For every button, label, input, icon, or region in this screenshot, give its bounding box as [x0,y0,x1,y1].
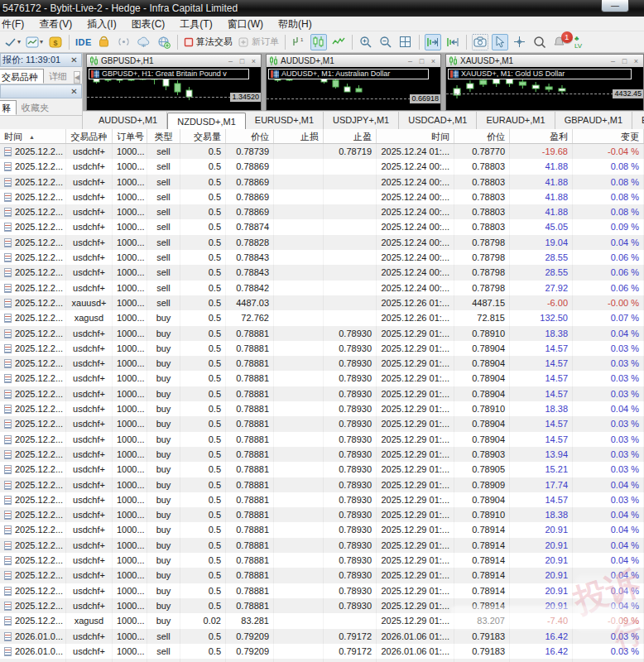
tile-windows-button[interactable] [397,34,414,50]
chart-profile-dropdown-button[interactable]: ▾ [25,34,44,50]
table-row[interactable]: 2025.12.2...usdchf+1000...buy0.50.788810… [0,583,644,598]
table-row[interactable]: 2025.12.2...usdchf+1000...buy0.50.788810… [0,326,644,341]
menu-item[interactable]: 工具(T) [172,17,219,31]
menu-item[interactable]: 插入(I) [79,17,123,31]
maximize-button[interactable]: □ [620,57,629,65]
table-row[interactable]: 2025.12.2...usdchf+1000...buy0.50.788810… [0,598,644,613]
column-header[interactable]: 盈利 [510,129,573,143]
table-row[interactable]: 2026.01.0...usdchf+1000...sell0.50.79209… [0,659,644,662]
symbol-tab[interactable]: EUR [632,112,644,129]
table-row[interactable]: 2025.12.2...usdchf+1000...buy0.50.788810… [0,568,644,583]
table-row[interactable]: 2025.12.2...usdchf+1000...buy0.50.788810… [0,401,644,416]
scroll-left-icon[interactable]: ◀ [74,71,80,84]
algo-trading-button[interactable]: 算法交易 [183,34,233,50]
search-button[interactable] [531,34,548,50]
community-button[interactable] [136,34,152,50]
shift-chart-end-button[interactable] [425,34,441,50]
column-header[interactable]: 订单号 [113,129,147,143]
auto-scroll-button[interactable] [445,34,461,50]
table-row[interactable]: 2025.12.2...usdchf+1000...sell0.50.78874… [0,219,644,234]
column-header[interactable]: 止损 [274,129,324,143]
symbol-tab[interactable]: USDCAD+,M1 [399,112,477,129]
table-row[interactable]: 2025.12.2...usdchf+1000...buy0.50.788810… [0,356,644,371]
table-row[interactable]: 2025.12.2...usdchf+1000...buy0.50.788810… [0,462,644,477]
column-header[interactable]: 时间 [377,129,454,143]
column-header[interactable]: 价位 [454,129,510,143]
symbol-tab[interactable]: GBPAUD+,M1 [555,112,632,129]
cursor-button[interactable] [492,34,508,50]
zoom-in-button[interactable] [358,34,374,50]
chart-window-titlebar[interactable]: XAUUSD+,M1‒□× [446,55,643,67]
close-button[interactable]: × [429,57,438,65]
minimize-button[interactable]: ‒ [406,57,415,65]
maximize-button[interactable]: □ [417,57,426,65]
table-row[interactable]: 2025.12.2...usdchf+1000...sell0.50.78843… [0,265,644,280]
menu-item[interactable]: 帮助(H) [271,17,320,31]
table-row[interactable]: 2025.12.2...usdchf+1000...buy0.50.788810… [0,447,644,462]
ide-button[interactable]: IDE [74,34,93,50]
chart-canvas[interactable]: AUDUSD+, M1: Australian Dollar0.66918 [267,67,440,110]
symbol-tab[interactable]: EURUSD+,M1 [246,112,324,129]
table-row[interactable]: 2025.12.2...usdchf+1000...buy0.50.788810… [0,477,644,492]
table-row[interactable]: 2025.12.2...usdchf+1000...buy0.50.788810… [0,341,644,356]
table-row[interactable]: 2025.12.2...usdchf+1000...sell0.50.78842… [0,281,644,295]
signals-button[interactable] [116,34,132,50]
table-row[interactable]: 2025.12.2...xagusd1000...buy0.0283.28120… [0,613,644,628]
column-header[interactable]: 止盈 [324,129,377,143]
column-header[interactable]: 交易量 [180,129,226,143]
tab-common[interactable]: 释 [0,100,17,115]
candlestick-chart-button[interactable] [310,34,327,50]
table-row[interactable]: 2025.12.2...usdchf+1000...sell0.50.78869… [0,159,644,174]
symbol-tab[interactable]: EURAUD+,M1 [477,112,555,129]
menu-item[interactable]: 图表(C) [124,17,173,31]
minimize-button[interactable]: ‒ [608,57,618,65]
minimize-button[interactable]: — [601,0,629,12]
chart-window-titlebar[interactable]: GBPUSD+,H1‒□× [87,55,261,67]
check-dropdown-button[interactable]: ▾ [4,34,22,50]
table-row[interactable]: 2025.12.2...usdchf+1000...sell0.50.78869… [0,204,644,219]
table-row[interactable]: 2025.12.2...usdchf+1000...buy0.50.788810… [0,507,644,522]
close-button[interactable]: × [632,57,641,65]
deposit-button[interactable]: $ [47,34,64,50]
new-order-button[interactable]: 新订单 [237,34,280,50]
table-row[interactable]: 2025.12.2...xagusd1000...buy0.572.762202… [0,310,644,325]
close-icon[interactable]: ✕ [69,87,79,98]
table-row[interactable]: 2025.12.2...usdchf+1000...buy0.50.788810… [0,386,644,401]
table-row[interactable]: 2025.12.2...usdchf+1000...buy0.50.788810… [0,538,644,553]
menu-item[interactable]: 窗口(W) [220,17,271,31]
table-row[interactable]: 2025.12.2...usdchf+1000...sell0.50.78869… [0,189,644,204]
tick-chart-button[interactable]: 1 [291,34,307,50]
table-row[interactable]: 2025.12.2...usdchf+1000...buy0.50.788810… [0,553,644,568]
tab-symbols[interactable]: 交易品种 [0,69,44,84]
notifications-button[interactable]: 1 [551,34,568,50]
symbol-tab[interactable]: NZDUSD+,M1 [167,113,246,130]
column-header[interactable]: 变更 [573,129,644,143]
table-row[interactable]: 2026.01.0...usdchf+1000...sell0.50.79209… [0,644,644,659]
zoom-out-button[interactable] [377,34,394,50]
screenshot-button[interactable] [472,34,488,50]
table-row[interactable]: 2026.01.0...usdchf+1000...sell0.50.79209… [0,629,644,644]
close-button[interactable]: × [249,57,258,65]
table-row[interactable]: 2025.12.2...usdchf+1000...buy0.50.788810… [0,492,644,507]
table-row[interactable]: 2025.12.2...usdchf+1000...sell0.50.78869… [0,175,644,189]
menu-item[interactable]: 件(F) [0,17,31,31]
table-row[interactable]: 2025.12.2...usdchf+1000...buy0.50.788810… [0,522,644,537]
market-button[interactable] [96,34,113,50]
line-chart-button[interactable] [330,34,347,50]
menu-item[interactable]: 查看(V) [31,17,79,31]
column-header[interactable]: 时间▲ [0,129,66,143]
web-services-button[interactable] [156,34,172,50]
table-row[interactable]: 2025.12.2...xauusd+1000...sell0.54487.03… [0,295,644,310]
table-row[interactable]: 2025.12.2...usdchf+1000...buy0.50.788810… [0,416,644,431]
symbol-tab[interactable]: USDJPY+,M1 [324,112,399,129]
column-header[interactable]: 交易品种 [66,129,113,143]
symbol-tab[interactable]: AUDUSD+,M1 [89,112,167,129]
chart-canvas[interactable]: GBPUSD+, H1: Great Britain Pound v1.3452… [87,67,261,110]
minimize-button[interactable]: ‒ [226,57,235,65]
tab-details[interactable]: 详细 [44,69,72,84]
maximize-button[interactable]: □ [238,57,247,65]
table-row[interactable]: 2025.12.2...usdchf+1000...buy0.50.788810… [0,432,644,447]
crosshair-button[interactable] [512,34,528,50]
table-row[interactable]: 2025.12.2...usdchf+1000...sell0.50.78739… [0,144,644,159]
table-row[interactable]: 2025.12.2...usdchf+1000...buy0.50.788810… [0,371,644,386]
